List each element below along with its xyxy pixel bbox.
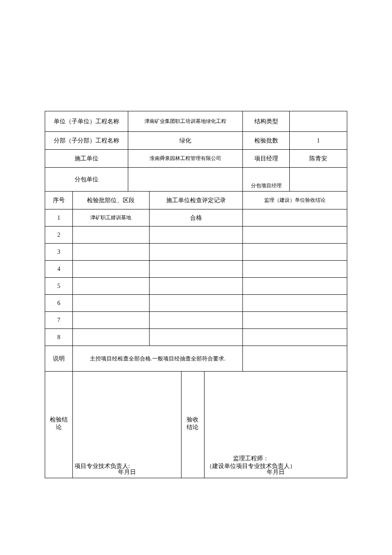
cell-num: 5	[45, 278, 73, 295]
value-sub-pm	[290, 168, 347, 192]
cell-num: 2	[45, 227, 73, 244]
table-row: 6	[45, 295, 347, 312]
cell-part	[72, 227, 149, 244]
table-row: 7	[45, 312, 347, 329]
label-subcontractor: 分包单位	[45, 168, 128, 192]
value-description: 主控项目经检查全部合格.一般项目经抽查全部符合要求.	[72, 346, 242, 372]
cell-part	[72, 312, 149, 329]
cell-num: 1	[45, 209, 73, 227]
label-construction-unit: 施工单位	[45, 150, 128, 168]
sig-supervisor: 监理工程师： （建设单位项目专业技术负责人） 年月日	[205, 372, 347, 478]
desc-blank	[243, 346, 347, 372]
value-batch-count: 1	[290, 132, 347, 150]
cell-record	[149, 312, 243, 329]
cell-num: 8	[45, 329, 73, 346]
cell-record	[149, 244, 243, 261]
cell-num: 6	[45, 295, 73, 312]
cell-record	[149, 278, 243, 295]
cell-conclusion	[243, 227, 347, 244]
cell-conclusion	[243, 312, 347, 329]
cell-num: 4	[45, 261, 73, 278]
value-structure-type	[290, 111, 347, 132]
table-row: 1 津矿职工婧训基地 合格	[45, 209, 347, 227]
cell-conclusion	[243, 244, 347, 261]
label-unit-project: 单位（子单位）工程名称	[45, 111, 128, 132]
label-project-manager: 项目经理	[243, 150, 290, 168]
sig-supervisor-titles: 监理工程师： （建设单位项目专业技术负责人）	[206, 455, 296, 470]
cell-part	[72, 295, 149, 312]
cell-record	[149, 261, 243, 278]
cell-record	[149, 329, 243, 346]
table-row: 8	[45, 329, 347, 346]
value-construction-unit: 淮南舜泉园林工程管理有限公司	[128, 150, 243, 168]
table-row: 2	[45, 227, 347, 244]
inspection-form-table: 单位（子单位）工程名称 津南矿业集团职工培训基地绿化工程 结构类型 分部（子分部…	[45, 111, 347, 478]
col-num: 序号	[45, 192, 73, 209]
cell-part	[72, 244, 149, 261]
col-record: 施工单位检查评定记录	[149, 192, 243, 209]
value-subsection-project: 绿化	[128, 132, 243, 150]
cell-conclusion	[243, 261, 347, 278]
col-part: 检验批部位、区段	[72, 192, 149, 209]
sig-tech-lead: 项目专业技术负责人: 年月日	[72, 372, 181, 478]
cell-part: 津矿职工婧训基地	[72, 209, 149, 227]
value-project-manager: 陈青安	[290, 150, 347, 168]
cell-num: 3	[45, 244, 73, 261]
cell-record	[149, 295, 243, 312]
table-row: 3	[45, 244, 347, 261]
cell-num: 7	[45, 312, 73, 329]
col-conclusion: 监理（建设）单位验收结论	[243, 192, 347, 209]
cell-record	[149, 227, 243, 244]
value-unit-project: 津南矿业集团职工培训基地绿化工程	[128, 111, 243, 132]
label-batch-count: 检验批数	[243, 132, 290, 150]
cell-part	[72, 329, 149, 346]
sig-supervisor-date: 年月日	[205, 468, 347, 476]
label-inspection-conclusion: 检验结 论	[45, 372, 73, 478]
cell-conclusion	[243, 278, 347, 295]
cell-part	[72, 261, 149, 278]
label-description: 说明	[45, 346, 73, 372]
value-subcontractor	[128, 168, 243, 192]
cell-part	[72, 278, 149, 295]
label-structure-type: 结构类型	[243, 111, 290, 132]
cell-conclusion	[243, 329, 347, 346]
table-row: 4	[45, 261, 347, 278]
cell-conclusion	[243, 209, 347, 227]
sig-tech-lead-date: 年月日	[73, 468, 181, 476]
label-subsection-project: 分部（子分部）工程名称	[45, 132, 128, 150]
label-sub-pm: 分包项目经理	[243, 168, 290, 192]
label-acceptance-conclusion: 验收 结论	[181, 372, 205, 478]
cell-record: 合格	[149, 209, 243, 227]
table-row: 5	[45, 278, 347, 295]
cell-conclusion	[243, 295, 347, 312]
